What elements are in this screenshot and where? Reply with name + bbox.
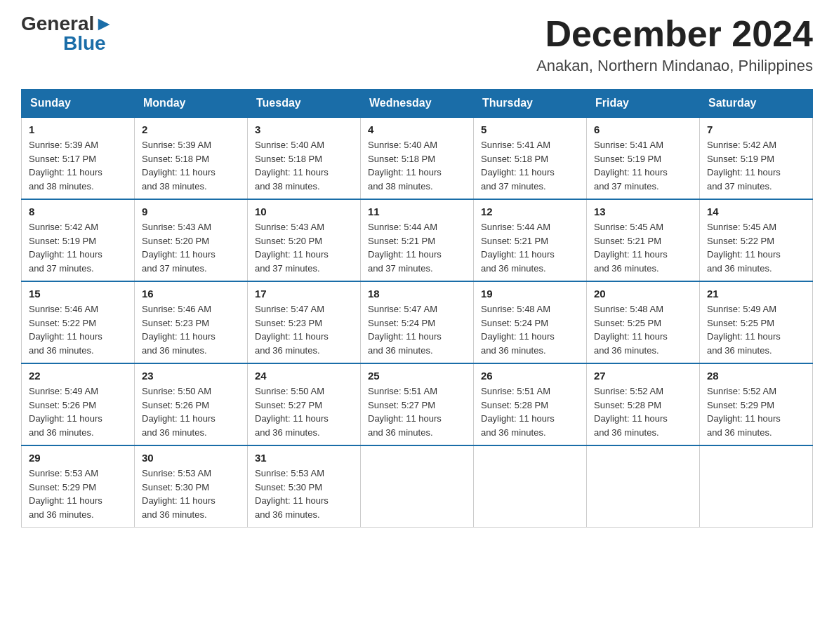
day-info: Sunrise: 5:51 AM Sunset: 5:28 PM Dayligh…	[481, 384, 579, 439]
title-area: December 2024 Anakan, Northern Mindanao,…	[536, 14, 813, 75]
day-number: 2	[142, 123, 240, 135]
calendar-week-row: 8 Sunrise: 5:42 AM Sunset: 5:19 PM Dayli…	[22, 199, 813, 281]
table-row: 1 Sunrise: 5:39 AM Sunset: 5:17 PM Dayli…	[22, 117, 135, 199]
day-number: 24	[255, 370, 353, 382]
day-number: 7	[707, 123, 805, 135]
day-info: Sunrise: 5:45 AM Sunset: 5:21 PM Dayligh…	[594, 220, 692, 275]
day-number: 16	[142, 288, 240, 300]
day-info: Sunrise: 5:44 AM Sunset: 5:21 PM Dayligh…	[368, 220, 466, 275]
day-number: 11	[368, 206, 466, 217]
day-info: Sunrise: 5:52 AM Sunset: 5:28 PM Dayligh…	[594, 384, 692, 439]
table-row	[587, 445, 700, 528]
table-row	[361, 445, 474, 528]
day-number: 22	[29, 370, 127, 382]
day-number: 12	[481, 206, 579, 217]
day-number: 18	[368, 288, 466, 300]
day-number: 4	[368, 123, 466, 135]
day-info: Sunrise: 5:44 AM Sunset: 5:21 PM Dayligh…	[481, 220, 579, 275]
table-row: 31 Sunrise: 5:53 AM Sunset: 5:30 PM Dayl…	[248, 445, 361, 528]
table-row: 11 Sunrise: 5:44 AM Sunset: 5:21 PM Dayl…	[361, 199, 474, 281]
day-info: Sunrise: 5:42 AM Sunset: 5:19 PM Dayligh…	[29, 220, 127, 275]
table-row: 23 Sunrise: 5:50 AM Sunset: 5:26 PM Dayl…	[135, 363, 248, 445]
table-row: 2 Sunrise: 5:39 AM Sunset: 5:18 PM Dayli…	[135, 117, 248, 199]
day-number: 1	[29, 123, 127, 135]
table-row: 10 Sunrise: 5:43 AM Sunset: 5:20 PM Dayl…	[248, 199, 361, 281]
day-number: 23	[142, 370, 240, 382]
logo-triangle-shape: ►	[94, 13, 114, 34]
table-row: 9 Sunrise: 5:43 AM Sunset: 5:20 PM Dayli…	[135, 199, 248, 281]
header-saturday: Saturday	[700, 90, 813, 118]
day-info: Sunrise: 5:53 AM Sunset: 5:30 PM Dayligh…	[142, 467, 240, 521]
day-number: 3	[255, 123, 353, 135]
day-info: Sunrise: 5:53 AM Sunset: 5:30 PM Dayligh…	[255, 467, 353, 521]
day-info: Sunrise: 5:48 AM Sunset: 5:24 PM Dayligh…	[481, 302, 579, 357]
day-number: 15	[29, 288, 127, 300]
table-row: 15 Sunrise: 5:46 AM Sunset: 5:22 PM Dayl…	[22, 281, 135, 363]
table-row: 19 Sunrise: 5:48 AM Sunset: 5:24 PM Dayl…	[474, 281, 587, 363]
day-info: Sunrise: 5:47 AM Sunset: 5:24 PM Dayligh…	[368, 302, 466, 357]
day-info: Sunrise: 5:42 AM Sunset: 5:19 PM Dayligh…	[707, 138, 805, 193]
table-row: 21 Sunrise: 5:49 AM Sunset: 5:25 PM Dayl…	[700, 281, 813, 363]
day-info: Sunrise: 5:50 AM Sunset: 5:26 PM Dayligh…	[142, 384, 240, 439]
day-info: Sunrise: 5:46 AM Sunset: 5:23 PM Dayligh…	[142, 302, 240, 357]
table-row: 29 Sunrise: 5:53 AM Sunset: 5:29 PM Dayl…	[22, 445, 135, 528]
day-number: 8	[29, 206, 127, 217]
day-number: 9	[142, 206, 240, 217]
table-row: 28 Sunrise: 5:52 AM Sunset: 5:29 PM Dayl…	[700, 363, 813, 445]
table-row: 16 Sunrise: 5:46 AM Sunset: 5:23 PM Dayl…	[135, 281, 248, 363]
day-number: 5	[481, 123, 579, 135]
logo-general-text: General►	[21, 14, 114, 34]
day-number: 29	[29, 452, 127, 464]
logo-blue-text: Blue	[63, 34, 106, 53]
day-info: Sunrise: 5:49 AM Sunset: 5:25 PM Dayligh…	[707, 302, 805, 357]
day-info: Sunrise: 5:52 AM Sunset: 5:29 PM Dayligh…	[707, 384, 805, 439]
calendar-week-row: 1 Sunrise: 5:39 AM Sunset: 5:17 PM Dayli…	[22, 117, 813, 199]
table-row	[700, 445, 813, 528]
day-info: Sunrise: 5:40 AM Sunset: 5:18 PM Dayligh…	[368, 138, 466, 193]
table-row: 26 Sunrise: 5:51 AM Sunset: 5:28 PM Dayl…	[474, 363, 587, 445]
table-row: 4 Sunrise: 5:40 AM Sunset: 5:18 PM Dayli…	[361, 117, 474, 199]
day-number: 6	[594, 123, 692, 135]
header-sunday: Sunday	[22, 90, 135, 118]
table-row: 20 Sunrise: 5:48 AM Sunset: 5:25 PM Dayl…	[587, 281, 700, 363]
day-number: 30	[142, 452, 240, 464]
table-row: 25 Sunrise: 5:51 AM Sunset: 5:27 PM Dayl…	[361, 363, 474, 445]
day-info: Sunrise: 5:41 AM Sunset: 5:19 PM Dayligh…	[594, 138, 692, 193]
logo: General► Blue	[21, 14, 114, 53]
day-info: Sunrise: 5:43 AM Sunset: 5:20 PM Dayligh…	[142, 220, 240, 275]
table-row: 13 Sunrise: 5:45 AM Sunset: 5:21 PM Dayl…	[587, 199, 700, 281]
table-row: 27 Sunrise: 5:52 AM Sunset: 5:28 PM Dayl…	[587, 363, 700, 445]
table-row: 17 Sunrise: 5:47 AM Sunset: 5:23 PM Dayl…	[248, 281, 361, 363]
day-info: Sunrise: 5:39 AM Sunset: 5:18 PM Dayligh…	[142, 138, 240, 193]
day-info: Sunrise: 5:49 AM Sunset: 5:26 PM Dayligh…	[29, 384, 127, 439]
day-number: 26	[481, 370, 579, 382]
header-monday: Monday	[135, 90, 248, 118]
table-row: 18 Sunrise: 5:47 AM Sunset: 5:24 PM Dayl…	[361, 281, 474, 363]
day-number: 25	[368, 370, 466, 382]
day-number: 17	[255, 288, 353, 300]
calendar-week-row: 22 Sunrise: 5:49 AM Sunset: 5:26 PM Dayl…	[22, 363, 813, 445]
table-row: 8 Sunrise: 5:42 AM Sunset: 5:19 PM Dayli…	[22, 199, 135, 281]
day-info: Sunrise: 5:50 AM Sunset: 5:27 PM Dayligh…	[255, 384, 353, 439]
day-info: Sunrise: 5:48 AM Sunset: 5:25 PM Dayligh…	[594, 302, 692, 357]
table-row: 7 Sunrise: 5:42 AM Sunset: 5:19 PM Dayli…	[700, 117, 813, 199]
header-friday: Friday	[587, 90, 700, 118]
location-title: Anakan, Northern Mindanao, Philippines	[536, 57, 813, 75]
day-number: 13	[594, 206, 692, 217]
table-row: 30 Sunrise: 5:53 AM Sunset: 5:30 PM Dayl…	[135, 445, 248, 528]
day-number: 21	[707, 288, 805, 300]
table-row: 22 Sunrise: 5:49 AM Sunset: 5:26 PM Dayl…	[22, 363, 135, 445]
month-title: December 2024	[536, 14, 813, 54]
day-info: Sunrise: 5:45 AM Sunset: 5:22 PM Dayligh…	[707, 220, 805, 275]
table-row	[474, 445, 587, 528]
day-number: 31	[255, 452, 353, 464]
day-info: Sunrise: 5:41 AM Sunset: 5:18 PM Dayligh…	[481, 138, 579, 193]
weekday-header-row: Sunday Monday Tuesday Wednesday Thursday…	[22, 90, 813, 118]
day-number: 14	[707, 206, 805, 217]
table-row: 14 Sunrise: 5:45 AM Sunset: 5:22 PM Dayl…	[700, 199, 813, 281]
day-info: Sunrise: 5:46 AM Sunset: 5:22 PM Dayligh…	[29, 302, 127, 357]
header-tuesday: Tuesday	[248, 90, 361, 118]
day-number: 27	[594, 370, 692, 382]
day-info: Sunrise: 5:53 AM Sunset: 5:29 PM Dayligh…	[29, 467, 127, 521]
calendar-week-row: 29 Sunrise: 5:53 AM Sunset: 5:29 PM Dayl…	[22, 445, 813, 528]
